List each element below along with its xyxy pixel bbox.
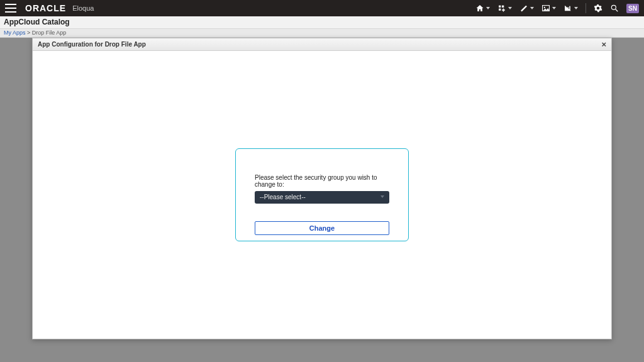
svg-rect-7	[569, 6, 570, 11]
close-icon[interactable]: ×	[601, 40, 606, 49]
chart-icon[interactable]	[564, 4, 578, 12]
chevron-down-icon	[486, 7, 490, 9]
svg-rect-5	[566, 9, 567, 11]
gear-icon[interactable]	[594, 4, 602, 13]
user-avatar[interactable]: SN	[626, 4, 639, 13]
svg-rect-1	[502, 6, 504, 8]
svg-rect-0	[499, 6, 501, 8]
breadcrumb-current: Drop File App	[32, 30, 67, 36]
config-modal: App Configuration for Drop File App × Pl…	[32, 38, 612, 339]
nav-right: SN	[475, 3, 639, 13]
product-name: Eloqua	[72, 4, 94, 12]
chevron-down-icon	[530, 7, 534, 9]
chevron-down-icon	[574, 7, 578, 9]
divider	[586, 3, 586, 13]
change-button[interactable]: Change	[255, 221, 389, 235]
svg-rect-6	[568, 7, 569, 10]
breadcrumb-sep: >	[26, 30, 32, 36]
top-nav: ORACLE Eloqua SN	[0, 0, 644, 16]
image-icon[interactable]	[541, 4, 556, 12]
grid-plus-icon[interactable]	[497, 4, 512, 12]
brand-logo: ORACLE	[25, 3, 66, 13]
svg-rect-2	[499, 9, 501, 11]
modal-body: Please select the security group you wis…	[33, 51, 611, 339]
chevron-down-icon	[508, 7, 512, 9]
svg-point-8	[611, 5, 616, 9]
pen-icon[interactable]	[519, 4, 534, 12]
config-card: Please select the security group you wis…	[235, 148, 409, 241]
search-icon[interactable]	[610, 4, 619, 13]
chevron-down-icon	[552, 7, 556, 9]
svg-point-4	[544, 7, 545, 8]
security-group-select[interactable]: --Please select--	[255, 191, 389, 204]
home-icon[interactable]	[475, 4, 490, 12]
modal-header: App Configuration for Drop File App ×	[33, 38, 611, 51]
content-area: App Configuration for Drop File App × Pl…	[0, 38, 644, 362]
breadcrumb-root[interactable]: My Apps	[4, 30, 26, 36]
security-group-select-wrap: --Please select--	[255, 190, 389, 204]
page-title: AppCloud Catalog	[0, 16, 644, 29]
breadcrumb: My Apps > Drop File App	[0, 29, 644, 38]
security-group-label: Please select the security group you wis…	[255, 174, 389, 188]
menu-icon[interactable]	[5, 4, 16, 13]
svg-line-9	[616, 9, 618, 12]
modal-title: App Configuration for Drop File App	[38, 41, 146, 48]
